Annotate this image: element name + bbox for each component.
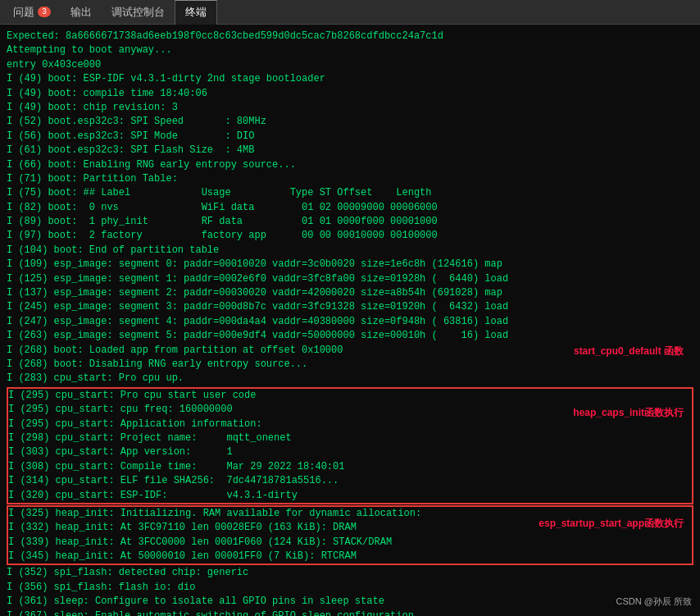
annotation-heap-caps: heap_caps_init函数执行	[573, 406, 684, 420]
terminal-line: I (137) esp_image: segment 2: paddr=0003…	[7, 286, 693, 300]
terminal-area[interactable]: Expected: 8a6666671738ad6eeb198f0cc8c63c…	[0, 25, 700, 616]
terminal-line: I (298) cpu_start: Project name: mqtt_on…	[8, 431, 692, 445]
terminal-line: I (49) boot: chip revision: 3	[7, 101, 693, 115]
tab-terminal-label: 终端	[185, 5, 207, 20]
terminal-line: I (49) boot: compile time 18:40:06	[7, 87, 693, 101]
terminal-line: I (356) spi_flash: flash io: dio	[7, 581, 693, 595]
terminal-line: I (345) heap_init: At 50000010 len 00001…	[8, 550, 692, 564]
terminal-lines-between: I (352) spi_flash: detected chip: generi…	[7, 566, 693, 616]
terminal-line: I (75) boot: ## Label Usage Type ST Offs…	[7, 186, 693, 200]
terminal-line: I (82) boot: 0 nvs WiFi data 01 02 00009…	[7, 201, 693, 215]
tab-output[interactable]: 输出	[61, 0, 102, 25]
terminal-box-2: I (325) heap_init: Initializing. RAM ava…	[7, 505, 693, 566]
terminal-box2-lines: I (325) heap_init: Initializing. RAM ava…	[8, 507, 692, 564]
terminal-line: I (66) boot: Enabling RNG early entropy …	[7, 158, 693, 172]
terminal-line: I (97) boot: 2 factory factory app 00 00…	[7, 229, 693, 243]
tab-debug-console[interactable]: 调试控制台	[102, 0, 175, 25]
terminal-line: I (245) esp_image: segment 3: paddr=000d…	[7, 300, 693, 314]
terminal-line: I (352) spi_flash: detected chip: generi…	[7, 566, 693, 580]
terminal-line: I (125) esp_image: segment 1: paddr=0002…	[7, 272, 693, 286]
terminal-line: I (367) sleep: Enable automatic switchin…	[7, 609, 693, 616]
terminal-lines-before-box1: Expected: 8a6666671738ad6eeb198f0cc8c63c…	[7, 30, 693, 386]
tab-bar: 问题 3 输出 调试控制台 终端	[0, 0, 700, 25]
annotation-esp-startup: esp_startup_start_app函数执行	[539, 517, 684, 531]
terminal-line: I (52) boot.esp32c3: SPI Speed : 80MHz	[7, 115, 693, 129]
terminal-line: I (283) cpu_start: Pro cpu up.	[7, 372, 693, 386]
terminal-line: I (339) heap_init: At 3FCC0000 len 0001F…	[8, 536, 692, 550]
watermark: CSDN @孙辰 所致	[616, 595, 692, 608]
tab-output-label: 输出	[70, 5, 92, 20]
terminal-line: I (56) boot.esp32c3: SPI Mode : DIO	[7, 130, 693, 144]
tab-debug-label: 调试控制台	[111, 5, 165, 20]
terminal-line: I (314) cpu_start: ELF file SHA256: 7dc4…	[8, 474, 692, 488]
tab-issues-badge: 3	[38, 7, 51, 17]
tab-issues-label: 问题	[13, 5, 34, 20]
terminal-line: I (268) boot: Disabling RNG early entrop…	[7, 358, 693, 372]
terminal-line: I (308) cpu_start: Compile time: Mar 29 …	[8, 460, 692, 474]
terminal-line: I (71) boot: Partition Table:	[7, 172, 693, 186]
terminal-line: entry 0x403ce000	[7, 58, 693, 72]
terminal-line: I (263) esp_image: segment 5: paddr=000e…	[7, 329, 693, 343]
terminal-line: I (49) boot: ESP-IDF v4.3.1-dirty 2nd st…	[7, 72, 693, 86]
terminal-line: I (247) esp_image: segment 4: paddr=000d…	[7, 315, 693, 329]
terminal-line: I (295) cpu_start: Pro cpu start user co…	[8, 389, 692, 403]
terminal-line: I (109) esp_image: segment 0: paddr=0001…	[7, 258, 693, 271]
tab-issues[interactable]: 问题 3	[3, 0, 61, 25]
terminal-line: Attempting to boot anyway...	[7, 43, 693, 57]
terminal-line: I (104) boot: End of partition table	[7, 244, 693, 258]
tab-terminal[interactable]: 终端	[175, 0, 217, 25]
terminal-line: I (89) boot: 1 phy_init RF data 01 01 00…	[7, 215, 693, 229]
annotation-start-cpu0: start_cpu0_default 函数	[574, 345, 684, 358]
terminal-box-1: I (295) cpu_start: Pro cpu start user co…	[7, 387, 693, 504]
terminal-line: I (361) sleep: Configure to isolate all …	[7, 595, 693, 609]
terminal-line: I (320) cpu_start: ESP-IDF: v4.3.1-dirty	[8, 489, 692, 503]
terminal-line: I (61) boot.esp32c3: SPI Flash Size : 4M…	[7, 144, 693, 157]
terminal-line: Expected: 8a6666671738ad6eeb198f0cc8c63c…	[7, 30, 693, 43]
terminal-line: I (303) cpu_start: App version: 1	[8, 445, 692, 459]
